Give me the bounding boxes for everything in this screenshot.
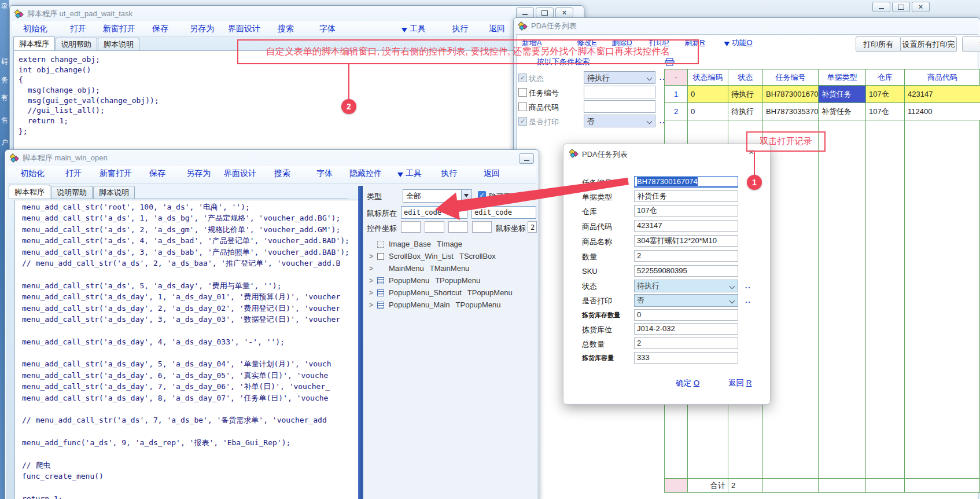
- coord-input-2[interactable]: [425, 221, 444, 233]
- toolbar-item-搜索[interactable]: 搜索: [278, 21, 294, 36]
- field-input-SKU[interactable]: 522559080395: [634, 265, 738, 277]
- close-button[interactable]: ×: [912, 2, 930, 12]
- toolbar-item-字体[interactable]: 字体: [319, 21, 336, 36]
- filter-select-是否打印[interactable]: 否: [584, 115, 655, 127]
- toolbar-item-保存[interactable]: 保存: [152, 21, 168, 36]
- filter-input-任务编号[interactable]: [584, 86, 655, 98]
- toolbar-item-界面设计[interactable]: 界面设计: [228, 21, 260, 36]
- column-header--[interactable]: -: [665, 69, 688, 86]
- toolbar-item-字体[interactable]: 字体: [316, 166, 333, 181]
- window1-maximize-button[interactable]: [536, 8, 554, 18]
- type-dropdown[interactable]: 全部: [403, 189, 472, 203]
- cell-任务编号[interactable]: BH787303537039: [763, 103, 819, 120]
- field-input-总数量[interactable]: 2: [634, 337, 738, 349]
- expand-icon[interactable]: >: [369, 289, 377, 297]
- pda-titlebar[interactable]: PDA任务列表: [514, 18, 980, 34]
- tab-说明帮助[interactable]: 说明帮助: [56, 38, 97, 50]
- toolbar-item-返回[interactable]: 返回: [484, 166, 500, 181]
- cell-仓库[interactable]: 107仓: [866, 103, 905, 120]
- tab-脚本说明[interactable]: 脚本说明: [98, 38, 139, 50]
- menu-item-功能O[interactable]: 功能O: [724, 36, 752, 49]
- cell-状态[interactable]: 待执行: [728, 103, 763, 120]
- mouse-at-input-2[interactable]: edit_code: [471, 206, 536, 219]
- splitter[interactable]: [358, 186, 363, 499]
- expand-icon[interactable]: >: [369, 252, 377, 260]
- column-header-单据类型[interactable]: 单据类型: [819, 69, 866, 86]
- back-button[interactable]: 返回 R: [728, 378, 752, 388]
- cell-商品代码[interactable]: 112400: [905, 103, 980, 120]
- field-input-拣货库存数量[interactable]: 0: [634, 309, 738, 321]
- filter-checkbox-任务编号[interactable]: [518, 88, 527, 97]
- row-number[interactable]: 2: [665, 103, 688, 120]
- expand-icon[interactable]: >: [369, 265, 377, 273]
- tree-item-Image_Base[interactable]: Image_BaseTImage: [369, 238, 462, 250]
- toolbar-item-执行[interactable]: 执行: [452, 21, 468, 36]
- expand-icon[interactable]: >: [369, 301, 377, 309]
- mouse-at-input-1[interactable]: edit_code: [401, 206, 467, 219]
- field-more-button[interactable]: ..: [745, 282, 751, 290]
- cell-状态[interactable]: 待执行: [728, 86, 763, 103]
- filter-checkbox-是否打印[interactable]: ✓: [518, 117, 527, 126]
- column-header-商品代码[interactable]: 商品代码: [905, 69, 980, 86]
- table-row[interactable]: 10待执行BH787300167074补货任务107仓423147: [665, 86, 980, 103]
- coord-input-3[interactable]: [448, 221, 468, 233]
- button-打印[interactable]: 打印: [962, 36, 980, 52]
- tree-item-PopupMenu_Main[interactable]: >PopupMenu_MainTPopupMenu: [369, 299, 501, 311]
- cell-商品代码[interactable]: 423147: [905, 86, 980, 103]
- toolbar-item-另存为[interactable]: 另存为: [186, 166, 211, 181]
- minimize-button[interactable]: [872, 2, 890, 12]
- field-more-button[interactable]: ..: [745, 296, 751, 304]
- dropdown-button[interactable]: [461, 190, 471, 201]
- tab-脚本程序[interactable]: 脚本程序: [9, 185, 50, 199]
- tree-item-ScrollBox_Win_List[interactable]: >ScrollBox_Win_ListTScrollBox: [369, 250, 496, 262]
- filter-input-商品代码[interactable]: [584, 100, 655, 113]
- toolbar-item-另存为[interactable]: 另存为: [190, 21, 214, 36]
- cell-任务编号[interactable]: BH787300167074: [763, 86, 819, 103]
- toolbar-item-工具[interactable]: 工具: [401, 21, 426, 36]
- toolbar-item-打开[interactable]: 打开: [65, 166, 82, 181]
- toolbar-item-工具[interactable]: 工具: [397, 166, 422, 181]
- filter-select-状态[interactable]: 待执行: [584, 71, 655, 84]
- toolbar-item-执行[interactable]: 执行: [441, 166, 457, 181]
- cell-状态编码[interactable]: 0: [688, 103, 728, 120]
- toolbar-item-初始化[interactable]: 初始化: [23, 21, 47, 36]
- tab-说明帮助[interactable]: 说明帮助: [51, 186, 93, 199]
- field-input-拣货库位[interactable]: J014-2-032: [634, 323, 738, 335]
- field-input-数量[interactable]: 2: [634, 250, 738, 262]
- field-input-商品代码[interactable]: 423147: [634, 220, 738, 232]
- field-input-任务编号[interactable]: BH787300167074: [634, 176, 738, 188]
- tree-item-PopupMenu_Shortcut[interactable]: >PopupMenu_ShortcutTPopupMenu: [369, 287, 513, 299]
- window1-minimize-button[interactable]: [516, 8, 534, 18]
- toolbar-item-初始化[interactable]: 初始化: [20, 166, 45, 181]
- expand-icon[interactable]: >: [369, 277, 377, 285]
- filter-checkbox-状态[interactable]: ✓: [518, 74, 527, 82]
- table-row[interactable]: 20待执行BH787303537039补货任务107仓112400: [665, 103, 980, 120]
- window2-minimize-button[interactable]: [519, 153, 534, 164]
- column-header-仓库[interactable]: 仓库: [866, 69, 905, 86]
- column-header-任务编号[interactable]: 任务编号: [763, 69, 819, 86]
- toolbar-item-搜索[interactable]: 搜索: [274, 166, 290, 181]
- row-number[interactable]: 1: [665, 86, 688, 103]
- column-header-状态编码[interactable]: 状态编码: [688, 69, 728, 86]
- field-input-仓库[interactable]: 107仓: [634, 205, 738, 217]
- cell-单据类型[interactable]: 补货任务: [819, 103, 866, 120]
- toolbar-item-新窗打开[interactable]: 新窗打开: [103, 21, 135, 36]
- coord-input-1[interactable]: [401, 221, 421, 233]
- field-input-商品名称[interactable]: 304塞打螺钉12*20*M10: [634, 235, 738, 247]
- ok-button[interactable]: 确定 O: [676, 378, 699, 388]
- button-设置所有打印完[interactable]: 设置所有打印完: [900, 36, 957, 52]
- column-header-状态[interactable]: 状态: [728, 69, 763, 86]
- button-打印所有[interactable]: 打印所有: [856, 36, 901, 52]
- window1-titlebar[interactable]: 脚本程序 ut_edt_pad_wait_task: [10, 6, 584, 22]
- window2-code-editor[interactable]: menu_add_call_str('root', 100, 'a_ds', '…: [14, 200, 362, 499]
- filter-checkbox-商品代码[interactable]: [518, 102, 527, 111]
- window1-code-editor[interactable]: extern change_obj;int obj_change(){ msg(…: [13, 50, 519, 155]
- toolbar-item-界面设计[interactable]: 界面设计: [224, 166, 256, 181]
- field-input-单据类型[interactable]: 补货任务: [634, 190, 738, 202]
- field-select-状态[interactable]: 待执行: [634, 280, 738, 292]
- toolbar-item-新窗打开[interactable]: 新窗打开: [100, 166, 132, 181]
- cell-单据类型[interactable]: 补货任务: [819, 86, 866, 103]
- cell-仓库[interactable]: 107仓: [866, 86, 905, 103]
- window1-close-button[interactable]: ×: [555, 8, 573, 18]
- tab-脚本说明[interactable]: 脚本说明: [93, 186, 135, 199]
